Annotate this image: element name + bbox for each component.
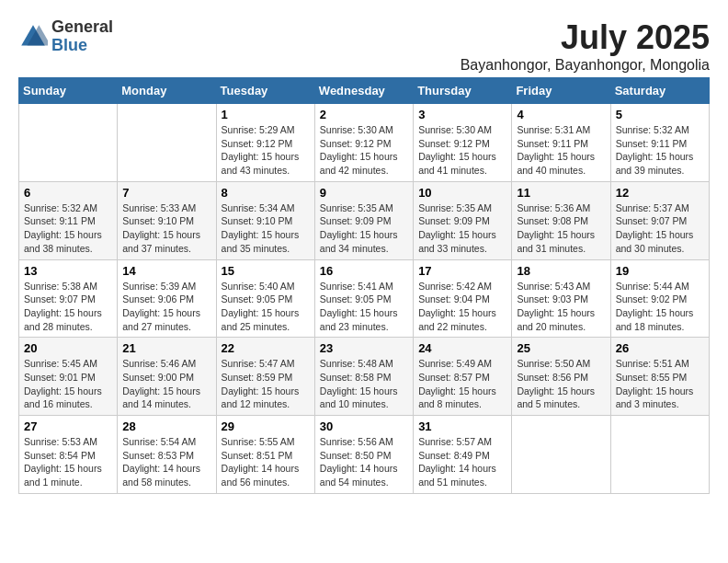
- day-info: Sunrise: 5:53 AMSunset: 8:54 PMDaylight:…: [24, 435, 112, 489]
- day-number: 6: [24, 186, 112, 200]
- day-info: Sunrise: 5:34 AMSunset: 9:10 PMDaylight:…: [222, 201, 310, 256]
- calendar-cell: 27Sunrise: 5:53 AMSunset: 8:54 PMDayligh…: [19, 416, 118, 494]
- calendar-cell: 26Sunrise: 5:51 AMSunset: 8:55 PMDayligh…: [610, 338, 709, 416]
- calendar-cell: 22Sunrise: 5:47 AMSunset: 8:59 PMDayligh…: [216, 338, 314, 416]
- calendar-cell: 7Sunrise: 5:33 AMSunset: 9:10 PMDaylight…: [118, 181, 216, 259]
- calendar-cell: 4Sunrise: 5:31 AMSunset: 9:11 PMDaylight…: [512, 104, 610, 182]
- calendar-cell: 9Sunrise: 5:35 AMSunset: 9:09 PMDaylight…: [314, 181, 413, 259]
- calendar-header-cell: Saturday: [610, 78, 709, 104]
- day-info: Sunrise: 5:57 AMSunset: 8:49 PMDaylight:…: [418, 435, 506, 489]
- day-number: 17: [418, 264, 506, 278]
- day-info: Sunrise: 5:38 AMSunset: 9:07 PMDaylight:…: [24, 280, 112, 334]
- day-info: Sunrise: 5:49 AMSunset: 8:57 PMDaylight:…: [418, 357, 506, 411]
- day-number: 14: [122, 264, 210, 278]
- calendar-cell: 2Sunrise: 5:30 AMSunset: 9:12 PMDaylight…: [314, 104, 413, 182]
- month-title: July 2025: [461, 18, 710, 57]
- day-info: Sunrise: 5:35 AMSunset: 9:09 PMDaylight:…: [418, 201, 506, 256]
- calendar-cell: 3Sunrise: 5:30 AMSunset: 9:12 PMDaylight…: [414, 104, 512, 182]
- day-info: Sunrise: 5:48 AMSunset: 8:58 PMDaylight:…: [320, 357, 408, 411]
- calendar-week-row: 1Sunrise: 5:29 AMSunset: 9:12 PMDaylight…: [19, 104, 710, 182]
- day-number: 9: [320, 186, 408, 200]
- day-number: 13: [24, 264, 112, 278]
- day-info: Sunrise: 5:41 AMSunset: 9:05 PMDaylight:…: [320, 280, 408, 334]
- logo-icon: [18, 22, 48, 52]
- calendar-cell: 12Sunrise: 5:37 AMSunset: 9:07 PMDayligh…: [610, 181, 709, 259]
- calendar-cell: 28Sunrise: 5:54 AMSunset: 8:53 PMDayligh…: [118, 416, 216, 494]
- calendar-cell: [512, 416, 610, 494]
- calendar-cell: 20Sunrise: 5:45 AMSunset: 9:01 PMDayligh…: [19, 338, 118, 416]
- calendar-cell: [118, 104, 216, 182]
- logo-general-text: General: [51, 17, 113, 36]
- day-info: Sunrise: 5:36 AMSunset: 9:08 PMDaylight:…: [517, 201, 605, 256]
- day-number: 16: [320, 264, 408, 278]
- day-number: 11: [517, 186, 605, 200]
- day-info: Sunrise: 5:46 AMSunset: 9:00 PMDaylight:…: [122, 357, 210, 411]
- day-number: 4: [517, 108, 605, 121]
- day-number: 28: [122, 419, 210, 433]
- day-info: Sunrise: 5:40 AMSunset: 9:05 PMDaylight:…: [222, 280, 310, 334]
- calendar-cell: 31Sunrise: 5:57 AMSunset: 8:49 PMDayligh…: [414, 416, 512, 494]
- day-number: 26: [616, 341, 704, 355]
- calendar-body: 1Sunrise: 5:29 AMSunset: 9:12 PMDaylight…: [19, 104, 710, 494]
- day-number: 2: [320, 108, 408, 121]
- calendar-header-cell: Tuesday: [216, 78, 314, 104]
- day-number: 7: [122, 186, 210, 200]
- calendar-cell: 13Sunrise: 5:38 AMSunset: 9:07 PMDayligh…: [19, 259, 118, 338]
- day-info: Sunrise: 5:37 AMSunset: 9:07 PMDaylight:…: [616, 201, 704, 256]
- calendar-cell: 1Sunrise: 5:29 AMSunset: 9:12 PMDaylight…: [216, 104, 314, 182]
- logo-blue-text: Blue: [51, 36, 87, 54]
- day-number: 25: [517, 341, 605, 355]
- calendar-cell: 18Sunrise: 5:43 AMSunset: 9:03 PMDayligh…: [512, 259, 610, 338]
- day-info: Sunrise: 5:54 AMSunset: 8:53 PMDaylight:…: [122, 435, 210, 489]
- calendar-cell: 29Sunrise: 5:55 AMSunset: 8:51 PMDayligh…: [216, 416, 314, 494]
- day-info: Sunrise: 5:33 AMSunset: 9:10 PMDaylight:…: [122, 201, 210, 256]
- day-info: Sunrise: 5:47 AMSunset: 8:59 PMDaylight:…: [222, 357, 310, 411]
- calendar-cell: 23Sunrise: 5:48 AMSunset: 8:58 PMDayligh…: [314, 338, 413, 416]
- calendar-cell: [19, 104, 118, 182]
- day-number: 23: [320, 341, 408, 355]
- calendar-cell: 19Sunrise: 5:44 AMSunset: 9:02 PMDayligh…: [610, 259, 709, 338]
- day-number: 19: [616, 264, 704, 278]
- calendar-cell: 17Sunrise: 5:42 AMSunset: 9:04 PMDayligh…: [414, 259, 512, 338]
- day-number: 27: [24, 419, 112, 433]
- calendar-cell: 21Sunrise: 5:46 AMSunset: 9:00 PMDayligh…: [118, 338, 216, 416]
- day-number: 29: [222, 419, 310, 433]
- day-info: Sunrise: 5:31 AMSunset: 9:11 PMDaylight:…: [517, 123, 605, 178]
- calendar-header-cell: Monday: [118, 78, 216, 104]
- calendar-cell: 14Sunrise: 5:39 AMSunset: 9:06 PMDayligh…: [118, 259, 216, 338]
- calendar-week-row: 20Sunrise: 5:45 AMSunset: 9:01 PMDayligh…: [19, 338, 710, 416]
- day-number: 10: [418, 186, 506, 200]
- calendar-header-cell: Sunday: [19, 78, 118, 104]
- day-info: Sunrise: 5:30 AMSunset: 9:12 PMDaylight:…: [320, 123, 408, 178]
- calendar-header-row: SundayMondayTuesdayWednesdayThursdayFrid…: [19, 78, 710, 104]
- day-info: Sunrise: 5:32 AMSunset: 9:11 PMDaylight:…: [24, 201, 112, 256]
- calendar-cell: 5Sunrise: 5:32 AMSunset: 9:11 PMDaylight…: [610, 104, 709, 182]
- logo-text: General Blue: [51, 18, 113, 55]
- day-number: 24: [418, 341, 506, 355]
- logo: General Blue: [18, 18, 113, 55]
- day-number: 18: [517, 264, 605, 278]
- calendar-week-row: 27Sunrise: 5:53 AMSunset: 8:54 PMDayligh…: [19, 416, 710, 494]
- day-info: Sunrise: 5:56 AMSunset: 8:50 PMDaylight:…: [320, 435, 408, 489]
- calendar-table: SundayMondayTuesdayWednesdayThursdayFrid…: [18, 77, 710, 494]
- calendar-cell: 11Sunrise: 5:36 AMSunset: 9:08 PMDayligh…: [512, 181, 610, 259]
- day-number: 21: [122, 341, 210, 355]
- day-number: 8: [222, 186, 310, 200]
- location-title: Bayanhongor, Bayanhongor, Mongolia: [461, 57, 710, 74]
- day-info: Sunrise: 5:32 AMSunset: 9:11 PMDaylight:…: [616, 123, 704, 178]
- day-info: Sunrise: 5:43 AMSunset: 9:03 PMDaylight:…: [517, 280, 605, 334]
- calendar-week-row: 13Sunrise: 5:38 AMSunset: 9:07 PMDayligh…: [19, 259, 710, 338]
- title-block: July 2025 Bayanhongor, Bayanhongor, Mong…: [461, 18, 710, 74]
- day-number: 15: [222, 264, 310, 278]
- day-number: 30: [320, 419, 408, 433]
- day-info: Sunrise: 5:30 AMSunset: 9:12 PMDaylight:…: [418, 123, 506, 178]
- day-info: Sunrise: 5:55 AMSunset: 8:51 PMDaylight:…: [222, 435, 310, 489]
- calendar-header-cell: Thursday: [414, 78, 512, 104]
- calendar-cell: 6Sunrise: 5:32 AMSunset: 9:11 PMDaylight…: [19, 181, 118, 259]
- calendar-header-cell: Wednesday: [314, 78, 413, 104]
- day-info: Sunrise: 5:51 AMSunset: 8:55 PMDaylight:…: [616, 357, 704, 411]
- day-number: 3: [418, 108, 506, 121]
- day-number: 31: [418, 419, 506, 433]
- day-info: Sunrise: 5:50 AMSunset: 8:56 PMDaylight:…: [517, 357, 605, 411]
- day-info: Sunrise: 5:45 AMSunset: 9:01 PMDaylight:…: [24, 357, 112, 411]
